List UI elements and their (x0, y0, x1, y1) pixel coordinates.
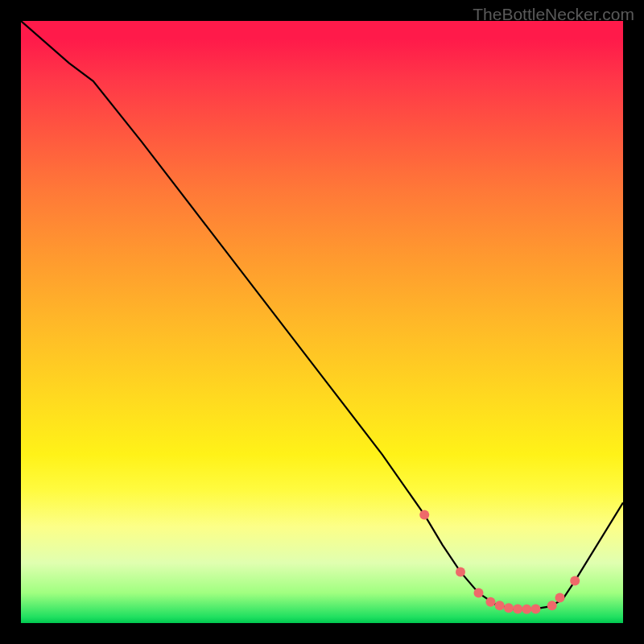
highlight-dot (555, 593, 565, 603)
highlight-dot (485, 597, 495, 607)
bottleneck-curve (21, 21, 623, 609)
highlight-dot (456, 567, 465, 576)
highlight-dot (419, 510, 429, 519)
highlight-dot (495, 601, 505, 610)
chart-svg (21, 21, 623, 623)
plot-area (21, 21, 623, 623)
highlight-dot (513, 604, 522, 613)
highlight-dot (522, 605, 531, 614)
highlight-dot (504, 603, 514, 613)
highlight-dot (531, 604, 541, 613)
watermark-text: TheBottleNecker.com (473, 5, 634, 24)
highlight-dot (570, 576, 580, 586)
highlight-dot (474, 588, 484, 598)
chart-container: TheBottleNecker.com (0, 0, 644, 644)
highlight-dots (419, 510, 580, 613)
highlight-dot (547, 601, 557, 610)
